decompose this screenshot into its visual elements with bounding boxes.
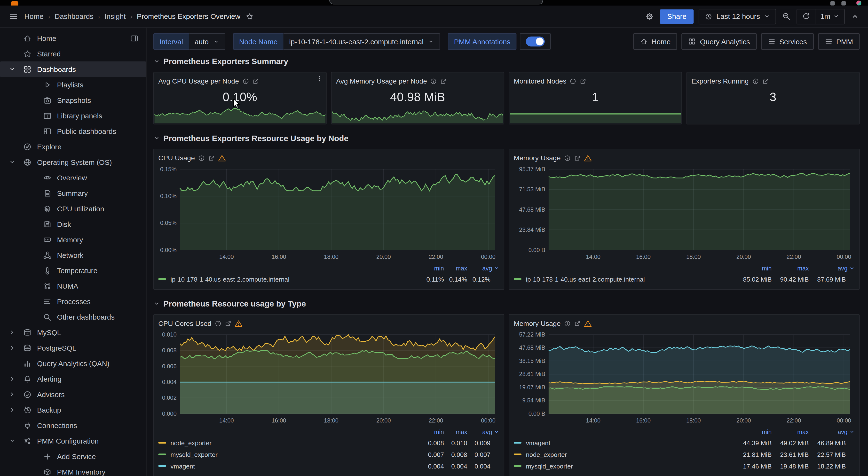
info-icon[interactable]	[564, 155, 570, 162]
sidebar-item-explore[interactable]: Explore	[0, 139, 146, 154]
sidebar-item-advisors[interactable]: Advisors	[0, 387, 146, 402]
warning-icon[interactable]	[218, 154, 226, 162]
info-icon[interactable]	[570, 78, 576, 84]
sidebar-item-backup[interactable]: Backup	[0, 402, 146, 418]
panel-title[interactable]: Avg CPU Usage per Node	[158, 77, 239, 85]
legend-sort-min[interactable]: min	[421, 265, 444, 271]
warning-icon[interactable]	[584, 154, 591, 162]
sidebar-item-postgresql[interactable]: PostgreSQL	[0, 340, 146, 356]
legend-row-vmagent[interactable]: vmagent0.0040.0040.004	[158, 460, 499, 472]
external-link-icon[interactable]	[225, 320, 231, 327]
legend-sort-max[interactable]: max	[772, 265, 809, 271]
legend-row-node-exporter[interactable]: node_exporter0.0080.0100.009	[158, 437, 499, 449]
external-link-icon[interactable]	[440, 78, 447, 84]
legend-row-vmagent[interactable]: vmagent44.39 MiB49.02 MiB46.89 MiB	[514, 437, 855, 449]
legend-sort-min[interactable]: min	[421, 429, 444, 435]
external-link-icon[interactable]	[574, 155, 580, 162]
info-icon[interactable]	[564, 320, 570, 327]
sidebar-item-public-dashboards[interactable]: Public dashboards	[0, 123, 146, 139]
collapse-header-button[interactable]	[850, 11, 860, 22]
warning-icon[interactable]	[235, 319, 242, 327]
legend-row-ip-10-178-1-40-us-east-2-compute-internal[interactable]: ip-10-178-1-40.us-east-2.compute.interna…	[514, 273, 855, 285]
dashboard-settings-button[interactable]	[645, 11, 655, 22]
external-link-icon[interactable]	[574, 320, 580, 327]
sidebar-item-overview[interactable]: Overview	[0, 170, 146, 185]
interval-select[interactable]: auto	[189, 33, 225, 50]
sidebar-item-mysql[interactable]: MySQL	[0, 325, 146, 340]
sidebar-item-cpu-utilization[interactable]: CPU utilization	[0, 201, 146, 216]
sidebar-expand-toggle[interactable]	[9, 407, 23, 413]
browser-profile-avatar[interactable]	[856, 0, 862, 6]
legend-sort-max[interactable]: max	[444, 265, 467, 271]
browser-url-bar[interactable]	[329, 0, 543, 4]
sidebar-item-processes[interactable]: Processes	[0, 294, 146, 309]
mega-menu-toggle-button[interactable]	[8, 10, 20, 22]
time-range-picker[interactable]: Last 12 hours	[699, 8, 776, 24]
share-button[interactable]: Share	[660, 9, 694, 24]
panel-title[interactable]: Monitored Nodes	[514, 77, 566, 85]
panel-title[interactable]: CPU Usage	[158, 154, 195, 162]
sidebar-item-alerting[interactable]: Alerting	[0, 371, 146, 387]
legend-sort-min[interactable]: min	[735, 429, 772, 435]
legend-sort-avg[interactable]: avg	[467, 429, 499, 435]
section-header-node[interactable]: Prometheus Exporters Resource Usage by N…	[153, 133, 860, 143]
breadcrumb-insight[interactable]: Insight	[104, 12, 126, 20]
sidebar-expand-toggle[interactable]	[9, 159, 23, 165]
dock-sidebar-icon[interactable]	[130, 34, 138, 42]
timeseries-chart[interactable]: 95.37 MiB71.53 MiB47.68 MiB23.84 MiB0.00…	[514, 164, 855, 262]
sidebar-item-add-service[interactable]: Add Service	[0, 449, 146, 464]
external-link-icon[interactable]	[252, 78, 259, 84]
sidebar-item-snapshots[interactable]: Snapshots	[0, 92, 146, 108]
panel-title[interactable]: Memory Usage	[514, 154, 561, 162]
legend-sort-max[interactable]: max	[772, 429, 809, 435]
legend-sort-avg[interactable]: avg	[467, 265, 499, 271]
panel-title[interactable]: Exporters Running	[691, 77, 749, 85]
refresh-button[interactable]	[797, 9, 815, 24]
zoom-out-time-button[interactable]	[781, 11, 792, 22]
query-analytics-link-button[interactable]: Query Analytics	[682, 33, 756, 50]
sidebar-item-temperature[interactable]: Temperature	[0, 263, 146, 278]
sidebar-expand-toggle[interactable]	[9, 344, 23, 351]
browser-extension-icon[interactable]	[831, 1, 835, 6]
refresh-interval-dropdown[interactable]: 1m	[815, 9, 844, 24]
sidebar-expand-toggle[interactable]	[9, 329, 23, 336]
external-link-icon[interactable]	[580, 78, 586, 84]
section-header-type[interactable]: Prometheus Resource usage by Type	[153, 299, 860, 309]
legend-row-mysqld-exporter[interactable]: mysqld_exporter17.46 MiB19.48 MiB18.22 M…	[514, 460, 855, 472]
panel-title[interactable]: CPU Cores Used	[158, 319, 211, 327]
sidebar-item-connections[interactable]: Connections	[0, 418, 146, 433]
sidebar-item-network[interactable]: Network	[0, 247, 146, 263]
breadcrumb-home[interactable]: Home	[25, 12, 43, 20]
timeseries-chart[interactable]: 0.15%0.10%0.05%0.00%14:0016:0018:0020:00…	[158, 164, 499, 262]
sidebar-item-playlists[interactable]: Playlists	[0, 77, 146, 93]
external-link-icon[interactable]	[762, 78, 769, 84]
sidebar-item-disk[interactable]: Disk	[0, 216, 146, 232]
sidebar-expand-toggle[interactable]	[9, 66, 23, 72]
sidebar-expand-toggle[interactable]	[9, 376, 23, 382]
legend-row-ip-10-178-1-40-us-east-2-compute-internal[interactable]: ip-10-178-1-40.us-east-2.compute.interna…	[158, 273, 499, 285]
info-icon[interactable]	[242, 78, 249, 84]
pmm-annotations-toggle[interactable]	[520, 33, 551, 50]
sidebar-item-pmm-configuration[interactable]: PMM Configuration	[0, 433, 146, 449]
info-icon[interactable]	[198, 155, 205, 162]
services-link-button[interactable]: Services	[761, 33, 814, 50]
panel-title[interactable]: Avg Memory Usage per Node	[336, 77, 427, 85]
legend-sort-max[interactable]: max	[444, 429, 467, 435]
info-icon[interactable]	[215, 320, 221, 327]
panel-title[interactable]: Memory Usage	[514, 319, 561, 327]
legend-sort-min[interactable]: min	[735, 265, 772, 271]
sidebar-expand-toggle[interactable]	[9, 438, 23, 444]
legend-row-node-exporter[interactable]: node_exporter21.81 MiB23.61 MiB22.57 MiB	[514, 449, 855, 460]
sidebar-item-query-analytics-qan[interactable]: Query Analytics (QAN)	[0, 356, 146, 371]
sidebar-item-pmm-inventory[interactable]: PMM Inventory	[0, 464, 146, 476]
sidebar-item-library-panels[interactable]: Library panels	[0, 108, 146, 123]
sidebar-item-dashboards[interactable]: Dashboards	[0, 62, 146, 77]
legend-row-mysqld-exporter[interactable]: mysqld_exporter0.0070.0080.007	[158, 449, 499, 460]
sidebar-item-summary[interactable]: Summary	[0, 185, 146, 201]
favorite-dashboard-button[interactable]	[245, 11, 255, 21]
sidebar-item-memory[interactable]: Memory	[0, 232, 146, 247]
legend-sort-avg[interactable]: avg	[809, 429, 855, 435]
pmm-link-button[interactable]: PMM	[818, 33, 860, 50]
sidebar-item-starred[interactable]: Starred	[0, 46, 146, 62]
sidebar-item-numa[interactable]: NUMA	[0, 278, 146, 294]
